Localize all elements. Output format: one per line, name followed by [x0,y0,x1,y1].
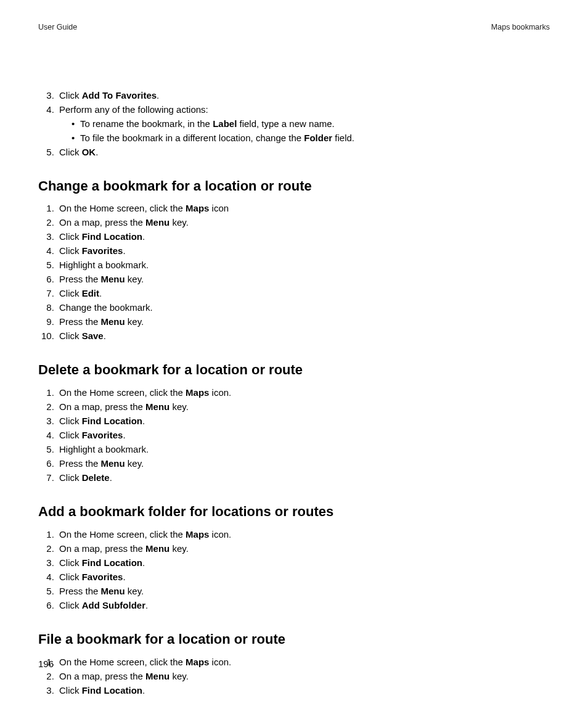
list-item: Click Add To Favorites. [57,89,550,102]
section-heading: Delete a bookmark for a location or rout… [38,361,550,380]
list-item: Highlight a bookmark. [57,258,550,271]
section-list: On the Home screen, click the Maps icon.… [38,528,550,612]
list-item: Click Favorites. [57,429,550,441]
list-item: Press the Menu key. [57,315,550,328]
list-item: On the Home screen, click the Maps icon. [57,655,550,668]
list-item: Click Find Location. [57,556,550,569]
list-item: Click Find Location. [57,230,550,243]
section-heading: File a bookmark for a location or route [38,630,550,649]
list-item: Click Find Location. [57,414,550,427]
continuation-list: Click Add To Favorites.Perform any of th… [38,89,550,158]
list-item: On a map, press the Menu key. [57,216,550,229]
list-item: Click Save. [57,329,550,342]
section-list: On the Home screen, click the Maps iconO… [38,202,550,342]
sections-container: Change a bookmark for a location or rout… [38,177,550,697]
list-item: Click Find Location. [57,684,550,697]
list-item: On the Home screen, click the Maps icon. [57,386,550,399]
sub-list-item: To file the bookmark in a different loca… [71,131,550,144]
section-list: On the Home screen, click the Maps icon.… [38,386,550,484]
list-item: On the Home screen, click the Maps icon. [57,528,550,541]
page-header: User Guide Maps bookmarks [38,22,550,33]
header-left: User Guide [38,22,77,33]
list-item: Perform any of the following actions:To … [57,103,550,144]
list-item: Press the Menu key. [57,457,550,470]
list-item: Click Edit. [57,287,550,300]
list-item: On the Home screen, click the Maps icon [57,202,550,215]
list-item: Click Delete. [57,471,550,484]
section-list: On the Home screen, click the Maps icon.… [38,655,550,697]
list-item: Highlight a bookmark. [57,443,550,456]
section-heading: Add a bookmark folder for locations or r… [38,503,550,522]
sub-list-item: To rename the bookmark, in the Label fie… [71,117,550,130]
page-number: 196 [38,657,54,670]
list-item: Press the Menu key. [57,585,550,597]
header-right: Maps bookmarks [491,22,550,33]
list-item: Change the bookmark. [57,301,550,314]
list-item: Click Favorites. [57,244,550,257]
list-item: On a map, press the Menu key. [57,400,550,413]
sub-list: To rename the bookmark, in the Label fie… [59,117,550,144]
section-heading: Change a bookmark for a location or rout… [38,177,550,196]
list-item: Click Add Subfolder. [57,599,550,612]
list-item: On a map, press the Menu key. [57,670,550,683]
list-item: Click Favorites. [57,570,550,583]
list-item: On a map, press the Menu key. [57,542,550,555]
page-content: User Guide Maps bookmarks Click Add To F… [0,0,588,706]
list-item: Click OK. [57,146,550,158]
list-item: Press the Menu key. [57,273,550,285]
